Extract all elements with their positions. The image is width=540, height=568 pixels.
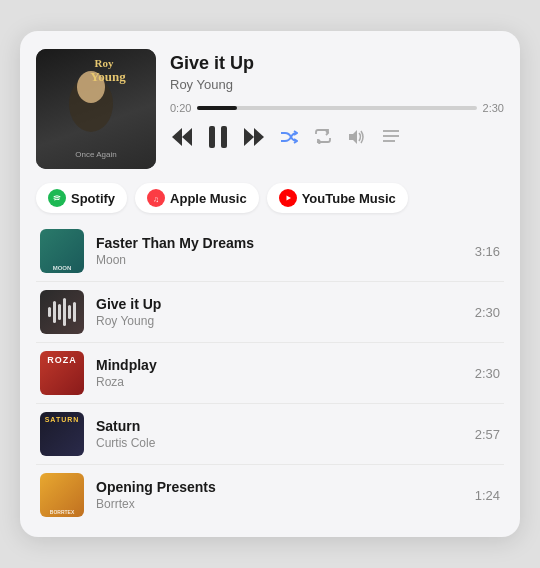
shuffle-icon <box>280 130 298 144</box>
source-tabs: Spotify ♫ Apple Music YouTube Music <box>36 183 504 213</box>
progress-fill <box>197 106 236 110</box>
track-title: Opening Presents <box>96 479 463 495</box>
svg-text:Once Again: Once Again <box>75 150 116 159</box>
repeat-button[interactable] <box>312 127 334 146</box>
svg-text:♫: ♫ <box>153 195 159 204</box>
forward-icon <box>244 128 264 146</box>
tab-apple-music[interactable]: ♫ Apple Music <box>135 183 259 213</box>
track-title: Mindplay <box>96 357 463 373</box>
track-duration: 1:24 <box>475 488 500 503</box>
track-artist: Roza <box>96 375 463 389</box>
track-details: Opening Presents Borrtex <box>96 479 463 511</box>
shuffle-button[interactable] <box>278 128 300 146</box>
track-thumbnail: BORRTEX <box>40 473 84 517</box>
svg-rect-7 <box>209 126 215 148</box>
track-list: MOON Faster Than My Dreams Moon 3:16 <box>36 221 504 525</box>
svg-text:Roy: Roy <box>95 57 114 69</box>
track-thumbnail: SATURN <box>40 412 84 456</box>
player-info: Give it Up Roy Young 0:20 2:30 <box>170 49 504 150</box>
track-thumbnail: MOON <box>40 229 84 273</box>
track-details: Mindplay Roza <box>96 357 463 389</box>
track-duration: 2:57 <box>475 427 500 442</box>
queue-icon <box>382 129 400 144</box>
tab-youtube-music[interactable]: YouTube Music <box>267 183 408 213</box>
total-time: 2:30 <box>483 102 504 114</box>
track-artist: Curtis Cole <box>96 436 463 450</box>
music-player-card: Roy Young Once Again Give it Up Roy Youn… <box>20 31 520 537</box>
svg-text:Young: Young <box>90 69 126 84</box>
track-thumbnail: ROZA <box>40 351 84 395</box>
spotify-icon <box>48 189 66 207</box>
track-duration: 2:30 <box>475 366 500 381</box>
track-artist: Roy Young <box>96 314 463 328</box>
youtube-music-icon <box>279 189 297 207</box>
track-item[interactable]: Give it Up Roy Young 2:30 <box>36 282 504 343</box>
svg-marker-9 <box>244 128 254 146</box>
svg-marker-6 <box>172 128 182 146</box>
track-item[interactable]: SATURN Saturn Curtis Cole 2:57 <box>36 404 504 465</box>
volume-button[interactable] <box>346 127 368 147</box>
rewind-icon <box>172 128 192 146</box>
track-item[interactable]: BORRTEX Opening Presents Borrtex 1:24 <box>36 465 504 525</box>
tab-spotify[interactable]: Spotify <box>36 183 127 213</box>
album-art: Roy Young Once Again <box>36 49 156 169</box>
forward-button[interactable] <box>242 126 266 148</box>
volume-icon <box>348 129 366 145</box>
progress-bar-section: 0:20 2:30 <box>170 102 504 114</box>
svg-marker-10 <box>254 128 264 146</box>
pause-icon <box>208 126 228 148</box>
track-duration: 3:16 <box>475 244 500 259</box>
svg-marker-11 <box>349 130 357 144</box>
youtube-music-tab-label: YouTube Music <box>302 191 396 206</box>
track-artist: Moon <box>96 253 463 267</box>
track-item[interactable]: ROZA Mindplay Roza 2:30 <box>36 343 504 404</box>
track-duration: 2:30 <box>475 305 500 320</box>
repeat-icon <box>314 129 332 144</box>
progress-bar[interactable] <box>197 106 476 110</box>
svg-rect-8 <box>221 126 227 148</box>
pause-button[interactable] <box>206 124 230 150</box>
waveform-icon <box>40 290 84 334</box>
track-details: Saturn Curtis Cole <box>96 418 463 450</box>
apple-music-tab-label: Apple Music <box>170 191 247 206</box>
track-title: Saturn <box>96 418 463 434</box>
apple-music-icon: ♫ <box>147 189 165 207</box>
svg-point-15 <box>51 192 63 204</box>
spotify-tab-label: Spotify <box>71 191 115 206</box>
track-item[interactable]: MOON Faster Than My Dreams Moon 3:16 <box>36 221 504 282</box>
track-details: Faster Than My Dreams Moon <box>96 235 463 267</box>
now-playing-artist: Roy Young <box>170 77 504 92</box>
track-title: Faster Than My Dreams <box>96 235 463 251</box>
rewind-button[interactable] <box>170 126 194 148</box>
svg-marker-5 <box>182 128 192 146</box>
queue-button[interactable] <box>380 127 402 146</box>
now-playing-title: Give it Up <box>170 53 504 75</box>
playback-controls <box>170 124 504 150</box>
track-title: Give it Up <box>96 296 463 312</box>
track-artist: Borrtex <box>96 497 463 511</box>
current-time: 0:20 <box>170 102 191 114</box>
track-details: Give it Up Roy Young <box>96 296 463 328</box>
track-thumbnail <box>40 290 84 334</box>
now-playing-section: Roy Young Once Again Give it Up Roy Youn… <box>36 49 504 169</box>
